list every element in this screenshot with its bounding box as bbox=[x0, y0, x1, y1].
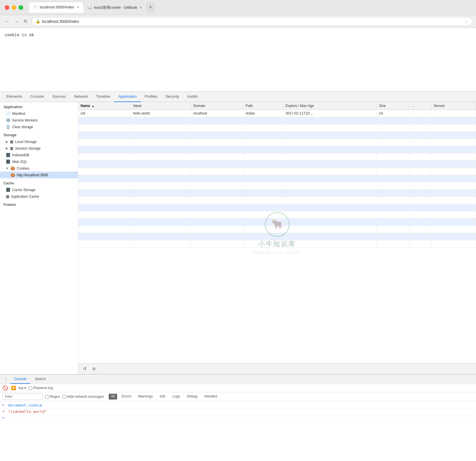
col-value[interactable]: Value bbox=[130, 102, 191, 110]
sidebar-item-local-storage[interactable]: ▶ ▦ Local Storage bbox=[0, 138, 78, 145]
sidebar-item-session-storage[interactable]: ▶ ▦ Session Storage bbox=[0, 145, 78, 152]
clear-storage-icon: 🗑️ bbox=[6, 125, 10, 129]
cell-empty bbox=[191, 182, 243, 190]
tab-close-inactive[interactable]: ✕ bbox=[139, 6, 142, 10]
cell-empty bbox=[431, 197, 476, 204]
cell-empty bbox=[431, 168, 476, 175]
cell-empty bbox=[78, 117, 130, 124]
cell-empty bbox=[243, 197, 283, 204]
cell-empty bbox=[283, 233, 376, 240]
col-name[interactable]: Name ▲ bbox=[78, 102, 130, 110]
sidebar-item-application-cache[interactable]: ▦ Application Cache bbox=[0, 193, 78, 200]
col-expires[interactable]: Expires / Max-Age bbox=[283, 102, 376, 110]
url-bar[interactable]: 🔒 localhost:3000/index ☆ bbox=[31, 17, 473, 26]
sidebar-item-cookies-localhost[interactable]: 🍪 http://localhost:3000 bbox=[0, 172, 78, 178]
context-dropdown[interactable]: top ▾ bbox=[19, 386, 26, 390]
filter-info-button[interactable]: Info bbox=[157, 394, 168, 400]
sidebar-item-service-workers[interactable]: ⚙️ Service Workers bbox=[0, 117, 78, 124]
tab-security[interactable]: Security bbox=[161, 92, 183, 102]
cell-empty bbox=[409, 153, 431, 161]
cell-empty bbox=[377, 182, 409, 190]
secure-icon: 🔒 bbox=[36, 19, 40, 23]
col-secure[interactable]: Secure bbox=[431, 102, 476, 110]
forward-button[interactable]: → bbox=[13, 18, 20, 25]
console-line-2: < "cid=hello world" bbox=[2, 409, 474, 415]
sidebar-item-indexeddb[interactable]: 🗄️ IndexedDB bbox=[0, 152, 78, 158]
sidebar-item-clear-storage[interactable]: 🗑️ Clear storage bbox=[0, 124, 78, 130]
cell-domain: localhost bbox=[191, 110, 243, 117]
clear-cookies-button[interactable]: ⊘ bbox=[90, 365, 97, 372]
col-more[interactable]: ... bbox=[409, 102, 431, 110]
refresh-button[interactable]: ↻ bbox=[22, 18, 29, 25]
cell-empty bbox=[283, 168, 376, 175]
tab-application[interactable]: Application bbox=[114, 92, 141, 102]
maximize-button[interactable] bbox=[19, 5, 23, 10]
table-row-empty bbox=[78, 211, 476, 219]
filter-logs-button[interactable]: Logs bbox=[170, 394, 182, 400]
tab-network[interactable]: Network bbox=[70, 92, 92, 102]
expand-arrow-cookies: ▼ bbox=[6, 167, 9, 170]
cell-empty bbox=[130, 211, 191, 219]
filter-input[interactable] bbox=[2, 393, 43, 400]
cell-empty bbox=[283, 204, 376, 211]
cell-empty bbox=[283, 139, 376, 146]
cell-empty bbox=[409, 226, 431, 233]
sidebar-item-cookies[interactable]: ▼ 🍪 Cookies bbox=[0, 165, 78, 172]
cell-empty bbox=[431, 240, 476, 248]
sidebar-label-indexeddb: IndexedDB bbox=[12, 153, 29, 157]
col-path[interactable]: Path bbox=[243, 102, 283, 110]
regex-checkbox[interactable] bbox=[45, 395, 49, 399]
table-row-empty bbox=[78, 117, 476, 124]
cell-empty bbox=[191, 139, 243, 146]
cell-empty bbox=[191, 204, 243, 211]
console-clear-button[interactable]: 🚫 bbox=[2, 385, 8, 391]
console-prompt-text[interactable] bbox=[8, 416, 66, 420]
cell-empty bbox=[78, 168, 130, 175]
filter-debug-button[interactable]: Debug bbox=[185, 394, 199, 400]
close-button[interactable] bbox=[5, 5, 9, 10]
console-prompt-arrow[interactable]: > bbox=[2, 416, 6, 420]
console-tab-console[interactable]: Console bbox=[10, 375, 30, 384]
refresh-cookies-button[interactable]: ↺ bbox=[81, 365, 88, 372]
minimize-button[interactable] bbox=[12, 5, 16, 10]
filter-handled-button[interactable]: Handled bbox=[202, 394, 219, 400]
cell-empty bbox=[130, 153, 191, 161]
sidebar-item-web-sql[interactable]: 🗄️ Web SQL bbox=[0, 158, 78, 165]
regex-option[interactable]: Regex bbox=[45, 395, 60, 399]
local-storage-icon: ▦ bbox=[10, 139, 13, 144]
hide-network-checkbox[interactable] bbox=[62, 395, 66, 399]
tab-timeline[interactable]: Timeline bbox=[92, 92, 114, 102]
sidebar-item-manifest[interactable]: 📄 Manifest bbox=[0, 110, 78, 117]
console-tab-bar: ⋮ Console Search bbox=[0, 375, 476, 384]
hide-network-option[interactable]: Hide network messages bbox=[62, 395, 104, 399]
cell-value: hello world bbox=[130, 110, 191, 117]
cell-empty bbox=[130, 204, 191, 211]
table-row[interactable]: cidhello worldlocalhost/index2017-02-11T… bbox=[78, 110, 476, 117]
table-row-empty bbox=[78, 146, 476, 153]
cell-empty bbox=[243, 211, 283, 219]
tab-active[interactable]: 📄 localhost:3000/index ✕ bbox=[29, 2, 83, 13]
tab-audits[interactable]: Audits bbox=[183, 92, 202, 102]
back-button[interactable]: ← bbox=[3, 18, 10, 25]
tab-close-active[interactable]: ✕ bbox=[77, 5, 79, 9]
filter-warnings-button[interactable]: Warnings bbox=[136, 394, 155, 400]
tab-bar: 📄 localhost:3000/index ✕ 📖 koa2使用cookie … bbox=[29, 2, 155, 13]
tab-inactive[interactable]: 📖 koa2使用cookie · GitBook ✕ bbox=[83, 2, 147, 13]
filter-errors-button[interactable]: Errors bbox=[119, 394, 134, 400]
preserve-log-checkbox[interactable] bbox=[28, 386, 32, 390]
tab-console[interactable]: Console bbox=[26, 92, 48, 102]
col-size[interactable]: Size bbox=[377, 102, 409, 110]
filter-all-button[interactable]: All bbox=[109, 394, 117, 400]
table-row-empty bbox=[78, 190, 476, 197]
tab-elements[interactable]: Elements bbox=[2, 92, 26, 102]
new-tab-button[interactable]: + bbox=[146, 3, 155, 12]
bookmark-button[interactable]: ☆ bbox=[464, 19, 468, 24]
sidebar-item-cache-storage[interactable]: 🗄️ Cache Storage bbox=[0, 186, 78, 193]
col-domain[interactable]: Domain bbox=[191, 102, 243, 110]
console-tab-search[interactable]: Search bbox=[31, 375, 49, 384]
watermark-text-en: XIAO NIU ZHI SHI KU bbox=[253, 251, 301, 254]
tab-profiles[interactable]: Profiles bbox=[141, 92, 161, 102]
console-menu-button[interactable]: ⋮ bbox=[2, 376, 9, 383]
console-filter-button[interactable]: 🔽 bbox=[10, 385, 16, 391]
tab-sources[interactable]: Sources bbox=[48, 92, 70, 102]
